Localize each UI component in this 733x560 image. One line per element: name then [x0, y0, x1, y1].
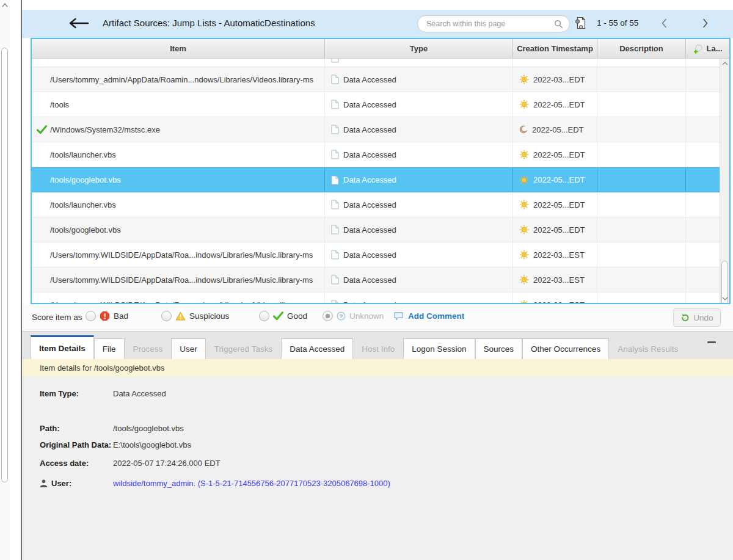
- type-cell: Data Accessed: [325, 242, 513, 267]
- creation-timestamp-cell: 2022-05...EDT: [513, 142, 597, 167]
- score-radio-unknown: [323, 311, 333, 321]
- table-row[interactable]: /tools/launcher.vbsData Accessed2022-05.…: [32, 142, 729, 167]
- score-option-label: Unknown: [349, 311, 384, 321]
- search-box[interactable]: [417, 15, 570, 32]
- detail-field-access-date: Access date:2022-05-07 17:24:26.000 EDT: [40, 457, 727, 471]
- column-header-description[interactable]: Description: [597, 39, 686, 58]
- app-window: Artifact Sources: Jump Lists - Automatic…: [0, 0, 733, 560]
- add-comment-label: Add Comment: [408, 311, 464, 321]
- document-icon: [331, 100, 339, 109]
- score-option-good[interactable]: Good: [259, 311, 307, 321]
- next-page-icon[interactable]: [702, 18, 709, 28]
- creation-timestamp-cell: 2022-03...EST: [513, 242, 597, 267]
- table-row[interactable]: [32, 59, 729, 67]
- creation-timestamp-cell: 2022-03...EST: [513, 267, 597, 292]
- score-radio-good[interactable]: [259, 311, 269, 321]
- score-option-bad[interactable]: Bad: [86, 311, 128, 321]
- type-label: Data Accessed: [343, 225, 396, 235]
- table-row[interactable]: /Users/tommy.WILDSIDE/AppData/Roa...ndow…: [32, 293, 729, 304]
- scroll-up-icon[interactable]: [0, 1, 10, 10]
- table-row[interactable]: /Windows/System32/mstsc.exeData Accessed…: [32, 117, 729, 142]
- item-path: /tools/googlebot.vbs: [37, 225, 121, 235]
- timestamp-label: 2022-05...EDT: [532, 125, 584, 134]
- score-radio-suspicious[interactable]: [161, 311, 172, 321]
- page-options-icon[interactable]: [575, 16, 586, 29]
- description-cell: [597, 192, 686, 217]
- description-cell: [597, 142, 686, 167]
- timestamp-label: 2022-05...EDT: [533, 200, 585, 209]
- score-option-unknown: ?Unknown: [323, 311, 384, 321]
- tab-label: Data Accessed: [290, 344, 345, 354]
- tab-label: User: [180, 344, 197, 354]
- outer-scrollbar[interactable]: [0, 0, 10, 560]
- user-sid-link[interactable]: wildside/tommy_admin. (S-1-5-21-71455675…: [113, 479, 390, 488]
- description-cell: [597, 117, 686, 142]
- back-button[interactable]: [68, 18, 90, 30]
- search-input[interactable]: [426, 17, 549, 31]
- scroll-up-icon[interactable]: [721, 60, 729, 67]
- item-cell: /tools/launcher.vbs: [32, 142, 325, 167]
- sun-icon: [519, 225, 529, 235]
- table-row[interactable]: /Users/tommy.WILDSIDE/AppData/Roa...indo…: [32, 267, 729, 293]
- table-row[interactable]: /Users/tommy.WILDSIDE/AppData/Roa...indo…: [32, 242, 729, 267]
- document-icon: [331, 125, 339, 134]
- column-header-type[interactable]: Type: [325, 39, 513, 58]
- previous-page-icon[interactable]: [661, 18, 667, 28]
- description-cell: [597, 267, 686, 292]
- description-cell: [597, 92, 686, 117]
- column-header-item[interactable]: Item: [32, 39, 325, 58]
- item-cell: /tools/googlebot.vbs: [32, 217, 325, 242]
- tab-logon-session[interactable]: Logon Session: [403, 338, 475, 359]
- type-label: Data Accessed: [343, 250, 396, 260]
- item-cell: /Windows/System32/mstsc.exe: [32, 117, 325, 142]
- item-cell: /tools/googlebot.vbs: [32, 168, 325, 192]
- table-row[interactable]: /Users/tommy_admin/AppData/Roamin...ndow…: [32, 67, 729, 92]
- type-cell: Data Accessed: [325, 92, 513, 117]
- type-label: Data Accessed: [343, 125, 396, 134]
- good-check-icon: [273, 311, 283, 321]
- tab-label: Process: [133, 344, 163, 354]
- type-cell: [325, 59, 513, 67]
- undo-button[interactable]: Undo: [673, 308, 721, 327]
- tab-user[interactable]: User: [171, 338, 206, 359]
- detail-field-original-path-data: Original Path Data:E:\tools\googlebot.vb…: [40, 439, 727, 453]
- table-scrollbar[interactable]: [720, 59, 729, 303]
- add-comment-button[interactable]: Add Comment: [393, 311, 464, 321]
- table-row[interactable]: /tools/googlebot.vbsData Accessed2022-05…: [32, 217, 729, 242]
- tab-data-accessed[interactable]: Data Accessed: [281, 338, 353, 359]
- detail-field-label: Access date:: [40, 459, 89, 468]
- table-header-row: ItemTypeCreation TimestampDescriptionLa.…: [32, 39, 729, 59]
- item-cell: /tools: [32, 92, 325, 117]
- document-icon: [331, 225, 339, 235]
- table-row[interactable]: /tools/googlebot.vbsData Accessed2022-05…: [32, 167, 729, 192]
- item-cell: /Users/tommy.WILDSIDE/AppData/Roa...indo…: [32, 267, 325, 292]
- detail-field-value: /tools/googlebot.vbs: [113, 424, 184, 433]
- detail-field-value: 2022-05-07 17:24:26.000 EDT: [113, 459, 221, 468]
- scroll-down-icon[interactable]: [721, 296, 729, 302]
- collapse-panel-icon[interactable]: [707, 341, 716, 343]
- detail-field-item-type: Item Type:Data Accessed: [40, 388, 727, 401]
- tab-other-occurrences[interactable]: Other Occurrences: [522, 338, 609, 359]
- score-option-suspicious[interactable]: Suspicious: [161, 311, 229, 321]
- tab-item-details[interactable]: Item Details: [31, 335, 94, 359]
- good-check-icon: [37, 125, 47, 134]
- type-cell: Data Accessed: [325, 192, 513, 217]
- outer-scrollbar-thumb[interactable]: [1, 48, 8, 482]
- score-label: Score item as: [32, 313, 82, 322]
- column-header-label: Item: [170, 44, 186, 53]
- score-radio-bad[interactable]: [86, 311, 96, 321]
- bad-shield-icon: [100, 311, 110, 321]
- column-header-creationtimestamp[interactable]: Creation Timestamp: [513, 39, 597, 58]
- tab-triggered-tasks: Triggered Tasks: [206, 338, 281, 359]
- item-cell: /tools/launcher.vbs: [32, 192, 325, 217]
- tab-file[interactable]: File: [94, 338, 125, 359]
- sun-icon: [519, 275, 529, 285]
- column-header-la[interactable]: La...: [686, 39, 729, 58]
- item-details-panel: Item Type:Data AccessedPath:/tools/googl…: [22, 377, 733, 560]
- tab-sources[interactable]: Sources: [475, 338, 523, 359]
- sun-icon: [519, 300, 529, 304]
- sun-icon: [519, 75, 529, 84]
- table-row[interactable]: /tools/launcher.vbsData Accessed2022-05.…: [32, 192, 729, 217]
- score-bar: Score item as Add Comment Undo BadSuspic…: [22, 304, 733, 331]
- table-row[interactable]: /toolsData Accessed2022-05...EDT: [32, 92, 729, 117]
